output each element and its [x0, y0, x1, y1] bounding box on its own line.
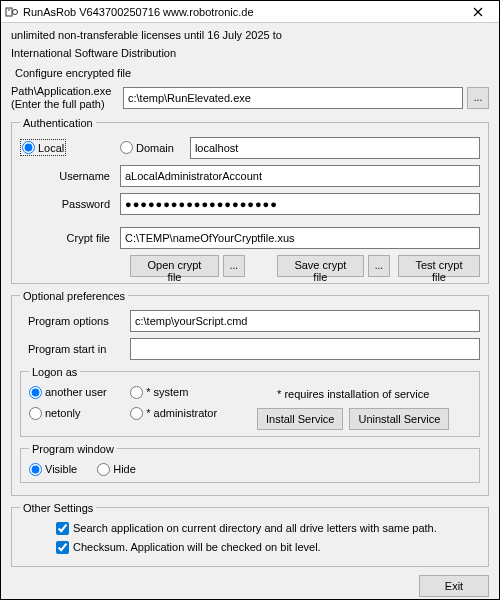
exit-button[interactable]: Exit: [419, 575, 489, 597]
program-window-legend: Program window: [29, 443, 117, 455]
other-legend: Other Settings: [20, 502, 96, 514]
logon-legend: Logon as: [29, 366, 80, 378]
options-label: Program options: [20, 315, 130, 327]
search-checkbox[interactable]: Search application on current directory …: [56, 522, 480, 535]
hide-radio[interactable]: Hide: [97, 463, 136, 476]
open-cryptfile-button[interactable]: Open crypt file: [130, 255, 219, 277]
path-input[interactable]: [123, 87, 463, 109]
license-line2: International Software Distribution: [11, 47, 489, 61]
checksum-checkbox[interactable]: Checksum. Application will be checked on…: [56, 541, 480, 554]
close-button[interactable]: [461, 2, 495, 22]
auth-fieldset: Authentication Local Domain Username Pas…: [11, 117, 489, 284]
username-label: Username: [20, 170, 120, 182]
open-cryptfile-browse[interactable]: ...: [223, 255, 245, 277]
test-cryptfile-button[interactable]: Test crypt file: [398, 255, 480, 277]
other-fieldset: Other Settings Search application on cur…: [11, 502, 489, 567]
password-label: Password: [20, 198, 120, 210]
auth-legend: Authentication: [20, 117, 96, 129]
path-row: Path\Application.exe (Enter the full pat…: [11, 85, 489, 111]
configure-label: Configure encrypted file: [15, 67, 489, 79]
administrator-radio[interactable]: * administrator: [130, 407, 225, 420]
app-icon: [5, 5, 19, 19]
cryptfile-input[interactable]: [120, 227, 480, 249]
username-input[interactable]: [120, 165, 480, 187]
startin-label: Program start in: [20, 343, 130, 355]
options-input[interactable]: [130, 310, 480, 332]
window-title: RunAsRob V643700250716 www.robotronic.de: [23, 6, 461, 18]
logon-fieldset: Logon as another user * system netonly *…: [20, 366, 480, 437]
another-user-radio[interactable]: another user: [29, 386, 124, 399]
install-service-button[interactable]: Install Service: [257, 408, 343, 430]
save-cryptfile-browse[interactable]: ...: [368, 255, 390, 277]
program-window-fieldset: Program window Visible Hide: [20, 443, 480, 483]
svg-point-1: [13, 9, 18, 14]
optional-legend: Optional preferences: [20, 290, 128, 302]
host-input[interactable]: [190, 137, 480, 159]
path-label: Path\Application.exe (Enter the full pat…: [11, 85, 121, 111]
license-line1: unlimited non-transferable licenses unti…: [11, 29, 489, 43]
visible-radio[interactable]: Visible: [29, 463, 77, 476]
optional-fieldset: Optional preferences Program options Pro…: [11, 290, 489, 496]
footer: Exit: [11, 573, 489, 597]
system-radio[interactable]: * system: [130, 386, 225, 399]
local-radio[interactable]: Local: [22, 141, 64, 154]
cryptfile-label: Crypt file: [20, 232, 120, 244]
password-input[interactable]: [120, 193, 480, 215]
save-cryptfile-button[interactable]: Save crypt file: [277, 255, 364, 277]
startin-input[interactable]: [130, 338, 480, 360]
uninstall-service-button[interactable]: Uninstall Service: [349, 408, 449, 430]
path-browse-button[interactable]: ...: [467, 87, 489, 109]
titlebar: RunAsRob V643700250716 www.robotronic.de: [1, 1, 499, 23]
domain-radio[interactable]: Domain: [120, 141, 174, 154]
netonly-radio[interactable]: netonly: [29, 407, 124, 420]
requires-label: * requires installation of service: [235, 388, 471, 400]
svg-rect-0: [6, 8, 12, 16]
